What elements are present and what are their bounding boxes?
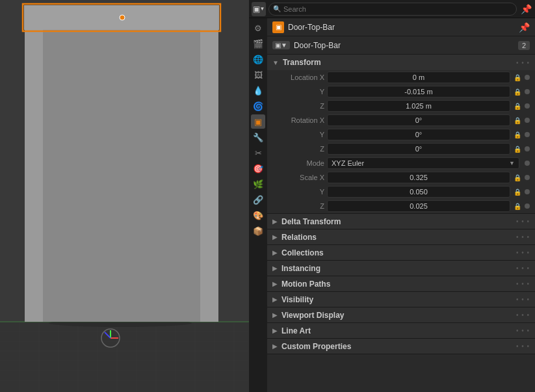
viewport-display-arrow-icon: ▶ xyxy=(272,311,278,319)
location-x-keyframe-dot[interactable] xyxy=(525,75,530,80)
rotation-y-lock-icon[interactable]: 🔒 xyxy=(513,130,522,139)
sidebar-icon-particles[interactable]: ✂ xyxy=(251,146,265,160)
search-input[interactable] xyxy=(283,5,512,13)
instancing-dots: • • • xyxy=(516,265,530,272)
svg-point-28 xyxy=(120,15,125,20)
line-art-arrow-icon: ▶ xyxy=(272,327,278,334)
custom-props-dots: • • • xyxy=(516,343,530,350)
rotation-z-field[interactable]: 0° xyxy=(327,143,510,155)
rotation-mode-row: Mode XYZ Euler ▼ xyxy=(267,156,535,170)
relations-section[interactable]: ▶ Relations • • • xyxy=(267,229,535,245)
data-dropdown-btn[interactable]: ▣▼ xyxy=(272,41,290,49)
scale-y-row: Y 0.050 🔒 xyxy=(267,185,535,199)
sidebar-icon-scene[interactable]: 🎬 xyxy=(251,36,265,51)
location-y-row: Y -0.015 m 🔒 xyxy=(267,85,535,99)
scale-z-row: Z 0.025 🔒 xyxy=(267,199,535,213)
rotation-z-lock-icon[interactable]: 🔒 xyxy=(513,144,522,153)
object-header: ▣ Door-Top-Bar 📌 xyxy=(267,18,535,36)
location-y-keyframe-dot[interactable] xyxy=(525,89,530,94)
line-art-dots: • • • xyxy=(516,327,530,334)
delta-transform-label: Delta Transform xyxy=(281,217,341,226)
scale-x-lock-icon[interactable]: 🔒 xyxy=(513,173,522,182)
rotation-x-field[interactable]: 0° xyxy=(327,114,510,126)
location-x-field[interactable]: 0 m xyxy=(327,72,510,83)
rotation-mode-dropdown[interactable]: XYZ Euler ▼ xyxy=(327,157,519,169)
custom-props-label: Custom Properties xyxy=(281,342,351,351)
transform-arrow-icon: ▼ xyxy=(272,59,279,66)
main-content: ▣ Door-Top-Bar 📌 ▣▼ Door-Top-Bar 2 ▼ Tra… xyxy=(267,18,535,392)
motion-paths-section[interactable]: ▶ Motion Paths • • • xyxy=(267,276,535,292)
visibility-arrow-icon: ▶ xyxy=(272,296,278,303)
instancing-section[interactable]: ▶ Instancing • • • xyxy=(267,261,535,276)
motion-paths-dots: • • • xyxy=(516,280,530,287)
location-x-lock-icon[interactable]: 🔒 xyxy=(513,73,522,82)
sidebar-icon-modifier[interactable]: 🔧 xyxy=(251,130,265,144)
sidebar-icon-world[interactable]: 🌐 xyxy=(251,52,265,66)
rotation-x-row: Rotation X 0° 🔒 xyxy=(267,113,535,127)
rotation-y-label: Y xyxy=(272,131,324,138)
rotation-y-row: Y 0° 🔒 xyxy=(267,127,535,142)
rotation-z-label: Z xyxy=(272,145,324,153)
content-area: ⚙ 🎬 🌐 🖼 💧 🌀 ▣ 🔧 ✂ 🎯 🌿 🔗 🎨 📦 ▣ Door-Top-B… xyxy=(249,18,535,392)
scale-z-keyframe-dot[interactable] xyxy=(525,203,530,209)
location-x-label: Location X xyxy=(272,73,324,81)
motion-paths-label: Motion Paths xyxy=(281,280,330,289)
relations-label: Relations xyxy=(281,233,317,242)
sidebar-icon-output[interactable]: 🖼 xyxy=(251,68,265,82)
rotation-z-keyframe-dot[interactable] xyxy=(525,146,530,151)
scale-y-keyframe-dot[interactable] xyxy=(525,189,530,194)
scale-y-label: Y xyxy=(272,188,324,196)
visibility-section[interactable]: ▶ Visibility • • • xyxy=(267,292,535,307)
sidebar-icon-objectdata[interactable]: 🔗 xyxy=(251,192,265,207)
scale-z-lock-icon[interactable]: 🔒 xyxy=(513,202,522,211)
location-y-field[interactable]: -0.015 m xyxy=(327,86,510,98)
location-z-keyframe-dot[interactable] xyxy=(525,103,530,109)
sidebar-icon-material[interactable]: 🎨 xyxy=(251,208,265,222)
scale-y-lock-icon[interactable]: 🔒 xyxy=(513,187,522,196)
transform-section: ▼ Transform • • • Location X 0 m 🔒 Y -0.… xyxy=(267,55,535,214)
rotation-x-label: Rotation X xyxy=(272,116,324,124)
rotation-y-keyframe-dot[interactable] xyxy=(525,132,530,137)
scale-y-field[interactable]: 0.050 xyxy=(327,186,510,198)
scale-z-field[interactable]: 0.025 xyxy=(327,200,510,212)
rotation-x-lock-icon[interactable]: 🔒 xyxy=(513,116,522,125)
scale-x-field[interactable]: 0.325 xyxy=(327,172,510,183)
sidebar-icon-viewlayer[interactable]: 💧 xyxy=(251,83,265,98)
data-block-header: ▣▼ Door-Top-Bar 2 xyxy=(267,36,535,55)
location-y-lock-icon[interactable]: 🔒 xyxy=(513,87,522,96)
viewport-display-section[interactable]: ▶ Viewport Display • • • xyxy=(267,307,535,323)
sidebar-icon-physics[interactable]: 🎯 xyxy=(251,161,265,176)
sidebar-icon-tool[interactable]: ⚙ xyxy=(251,21,265,35)
location-z-lock-icon[interactable]: 🔒 xyxy=(513,101,522,111)
collections-section[interactable]: ▶ Collections • • • xyxy=(267,245,535,261)
location-z-field[interactable]: 1.025 m xyxy=(327,100,510,112)
sidebar-icon-constraints[interactable]: 🌿 xyxy=(251,177,265,191)
search-box[interactable]: 🔍 xyxy=(268,3,517,16)
rotation-x-keyframe-dot[interactable] xyxy=(525,118,530,123)
visibility-label: Visibility xyxy=(281,295,313,304)
relations-arrow-icon: ▶ xyxy=(272,233,278,241)
sidebar-icon-scene2[interactable]: 🌀 xyxy=(251,99,265,113)
scale-x-keyframe-dot[interactable] xyxy=(525,175,530,180)
datablock-dropdown-btn[interactable]: ▣ ▼ xyxy=(252,2,266,16)
sidebar-icon-object[interactable]: ▣ xyxy=(251,114,265,129)
location-x-row: Location X 0 m 🔒 xyxy=(267,70,535,85)
mode-keyframe-dot[interactable] xyxy=(525,161,530,166)
pin-object-icon[interactable]: 📌 xyxy=(519,22,530,33)
delta-transform-section[interactable]: ▶ Delta Transform • • • xyxy=(267,214,535,229)
top-toolbar: ▣ ▼ 🔍 📌 xyxy=(249,0,535,18)
transform-section-header[interactable]: ▼ Transform • • • xyxy=(267,55,535,70)
viewport[interactable] xyxy=(0,0,249,392)
object-name: Door-Top-Bar xyxy=(288,23,335,32)
line-art-section[interactable]: ▶ Line Art • • • xyxy=(267,323,535,339)
custom-props-arrow-icon: ▶ xyxy=(272,343,278,350)
custom-properties-section[interactable]: ▶ Custom Properties • • • xyxy=(267,339,535,354)
svg-rect-24 xyxy=(43,29,200,322)
pin-button[interactable]: 📌 xyxy=(519,3,532,16)
sidebar-icon-render[interactable]: 📦 xyxy=(251,224,265,238)
rotation-y-field[interactable]: 0° xyxy=(327,129,510,140)
collections-label: Collections xyxy=(281,248,324,257)
dropdown-arrow-icon: ▼ xyxy=(260,6,265,12)
delta-arrow-icon: ▶ xyxy=(272,218,278,225)
line-art-label: Line Art xyxy=(281,326,311,335)
